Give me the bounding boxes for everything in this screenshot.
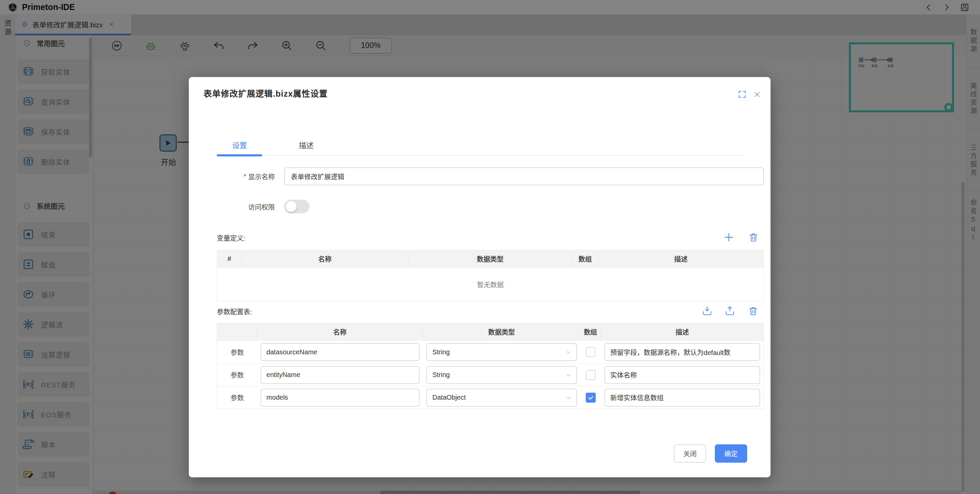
active-tab-indicator [217, 154, 262, 156]
param-type-value: DataObject [432, 394, 466, 401]
param-type-select[interactable]: String [426, 366, 577, 384]
param-kind-label: 参数 [217, 370, 257, 380]
param-name-input[interactable] [261, 366, 420, 384]
variables-column-header: # [217, 250, 242, 267]
param-type-select[interactable]: DataObject [426, 389, 577, 407]
param-array-checkbox[interactable] [586, 347, 596, 357]
properties-dialog: 表单修改扩展逻辑.bizx属性设置 设置 描述 * 显示名称 访问权限 变量定义… [189, 77, 770, 477]
param-type-value: String [432, 371, 450, 379]
display-name-label: * 显示名称 [217, 167, 275, 185]
parameters-section-label: 参数配置表: [217, 307, 252, 316]
fullscreen-icon[interactable] [738, 90, 747, 99]
chevron-down-icon [565, 394, 573, 402]
param-type-value: String [432, 348, 450, 356]
ok-button[interactable]: 确定 [715, 444, 747, 463]
required-asterisk: * [243, 173, 246, 180]
import-parameters-icon[interactable] [702, 305, 713, 317]
parameters-table: 名称数据类型数组描述 参数String参数String参数DataObject [217, 323, 764, 409]
parameters-column-header: 数据类型 [423, 323, 580, 340]
display-name-input[interactable] [284, 167, 764, 185]
param-name-input[interactable] [261, 343, 420, 361]
access-permission-label: 访问权限 [217, 198, 275, 216]
variables-column-header: 数据类型 [408, 250, 572, 267]
chevron-down-icon [565, 348, 573, 357]
dialog-tabs: 设置 描述 [217, 139, 743, 156]
parameter-row: 参数DataObject [217, 386, 764, 409]
parameter-row: 参数String [217, 341, 764, 363]
tab-settings[interactable]: 设置 [217, 139, 262, 155]
delete-variable-icon[interactable] [748, 232, 759, 243]
parameters-column-header [217, 323, 257, 340]
variables-table: #名称数据类型数组描述 暂无数据 [217, 250, 764, 301]
add-variable-icon[interactable] [723, 232, 735, 243]
variables-section-label: 变量定义: [217, 233, 245, 243]
param-kind-label: 参数 [217, 347, 257, 357]
parameters-column-header: 数组 [581, 323, 601, 340]
variables-column-header: 数组 [573, 250, 598, 267]
parameters-column-header: 名称 [257, 323, 423, 340]
dialog-close-icon[interactable] [752, 90, 762, 99]
param-desc-input[interactable] [605, 389, 760, 407]
variables-column-header: 名称 [242, 250, 408, 267]
parameters-column-header: 描述 [601, 323, 764, 340]
variables-empty-text: 暂无数据 [217, 268, 764, 301]
param-array-checkbox[interactable] [586, 393, 596, 403]
toggle-knob [286, 201, 296, 212]
param-name-input[interactable] [261, 389, 420, 407]
primeton-ide-window: Primeton-IDE 资源 表单修改扩展逻辑.bizx 常用图元获取实体查询… [0, 0, 980, 494]
param-kind-label: 参数 [217, 393, 257, 402]
tab-description[interactable]: 描述 [283, 139, 329, 155]
chevron-down-icon [565, 371, 573, 380]
param-type-select[interactable]: String [426, 343, 577, 361]
close-button[interactable]: 关闭 [674, 444, 706, 463]
access-permission-toggle[interactable] [284, 200, 310, 213]
parameter-row: 参数String [217, 363, 764, 386]
export-parameters-icon[interactable] [724, 305, 735, 317]
param-desc-input[interactable] [605, 343, 760, 361]
variables-column-header: 描述 [598, 250, 764, 267]
delete-parameter-icon[interactable] [748, 305, 759, 317]
param-array-checkbox[interactable] [586, 370, 596, 380]
dialog-title: 表单修改扩展逻辑.bizx属性设置 [204, 87, 328, 99]
param-desc-input[interactable] [605, 366, 760, 384]
